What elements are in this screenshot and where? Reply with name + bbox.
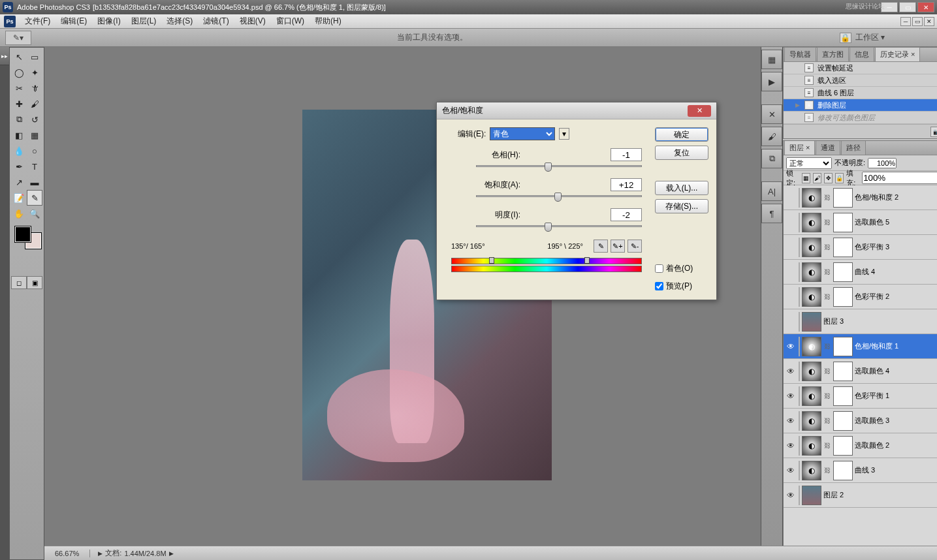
layer-row[interactable]: 👁◐⛓曲线 3 [784,458,937,483]
layer-row[interactable]: ◐⛓色彩平衡 3 [784,235,937,260]
lock-all-icon[interactable]: 🔒 [835,173,844,183]
path-select-tool[interactable]: ↗ [11,174,27,190]
type-tool[interactable]: T [27,159,42,174]
layer-thumb[interactable]: ◐ [802,287,821,307]
history-item[interactable]: ≡曲线 6 图层 [784,87,937,99]
layer-row[interactable]: 👁◐⛓选取颜色 3 [784,409,937,433]
layer-thumb[interactable]: ◐ [802,362,821,381]
layer-row[interactable]: 👁◐⛓选取颜色 4 [784,359,937,384]
crop-tool[interactable]: ✂ [11,80,27,96]
history-snapshot-icon[interactable]: 📷 [930,127,937,137]
layer-thumb[interactable]: ◐ [802,337,821,356]
marquee-tool[interactable]: ▭ [27,49,42,65]
layer-thumb[interactable]: ◐ [802,411,821,431]
layer-row[interactable]: 👁◐⛓色彩平衡 1 [784,384,937,409]
menu-layer[interactable]: 图层(L) [126,14,162,28]
tools-preset-icon[interactable]: ✕ [761,104,782,124]
layer-name-label[interactable]: 色彩平衡 1 [855,391,937,401]
layer-row[interactable]: 👁◐⛓色相/饱和度 1 [784,334,937,359]
eyedropper-add-icon[interactable]: ✎+ [611,240,625,253]
slice-tool[interactable]: 🗡 [27,80,42,96]
save-button[interactable]: 存储(S)... [655,199,708,213]
visibility-toggle[interactable]: 👁 [785,341,797,352]
mdi-close-button[interactable]: ✕ [924,17,934,26]
layer-thumb[interactable]: ◐ [802,386,821,406]
visibility-toggle[interactable] [785,266,797,278]
layer-mask-thumb[interactable] [833,287,853,307]
layer-name-label[interactable]: 曲线 4 [855,267,937,277]
layer-row[interactable]: ◐⛓曲线 4 [784,260,937,285]
navigator-icon[interactable]: ▦ [761,50,782,69]
layer-name-label[interactable]: 图层 2 [823,490,937,500]
layer-mask-thumb[interactable] [833,386,853,406]
blend-mode-select[interactable]: 正常 [786,157,832,169]
zoom-level[interactable]: 66.67% [44,550,90,557]
history-item[interactable]: ≡载入选区 [784,74,937,87]
colorize-checkbox[interactable] [655,264,663,273]
layer-thumb[interactable]: ◐ [802,188,821,208]
layer-thumb[interactable]: ◐ [802,213,821,232]
fill-input[interactable] [862,172,937,184]
shape-tool[interactable]: ▬ [27,174,42,190]
lightness-input[interactable] [611,208,642,221]
layer-row[interactable]: 👁图层 2 [784,483,937,508]
visibility-toggle[interactable]: 👁 [785,366,797,377]
layer-mask-thumb[interactable] [833,238,853,257]
blur-tool[interactable]: 💧 [11,143,27,159]
eraser-tool[interactable]: ◧ [11,127,27,143]
visibility-toggle[interactable] [785,217,797,228]
eyedropper-icon[interactable]: ✎ [594,240,608,253]
foreground-color-swatch[interactable] [15,226,31,242]
hand-tool[interactable]: ✋ [11,206,27,221]
layer-name-label[interactable]: 图层 3 [823,317,937,326]
visibility-toggle[interactable] [785,241,797,253]
opacity-input[interactable] [868,158,897,168]
lock-pixels-icon[interactable]: 🖌 [813,173,821,183]
menu-window[interactable]: 窗口(W) [271,14,310,28]
hue-slider[interactable] [445,163,648,174]
pen-tool[interactable]: ✒ [11,159,27,174]
lock-transparency-icon[interactable]: ▦ [802,173,810,183]
layer-row[interactable]: ◐⛓色彩平衡 2 [784,285,937,309]
window-close-button[interactable]: ✕ [917,2,934,12]
layer-name-label[interactable]: 选取颜色 4 [855,366,937,376]
layer-row[interactable]: ◐⛓选取颜色 5 [784,210,937,235]
layer-thumb[interactable]: ◐ [802,262,821,282]
edit-select[interactable]: 青色 [490,127,555,140]
stamp-tool[interactable]: ⧉ [11,112,27,127]
preview-checkbox[interactable] [655,282,663,290]
layer-row[interactable]: ◐⛓色相/饱和度 2 [784,185,937,210]
screenmode-toggle[interactable]: ▣ [27,276,42,289]
edit-dropdown-icon[interactable]: ▾ [559,128,569,140]
layer-name-label[interactable]: 色彩平衡 3 [855,242,937,252]
visibility-toggle[interactable]: 👁 [785,415,797,427]
menu-help[interactable]: 帮助(H) [310,14,347,28]
layer-row[interactable]: 👁◐⛓选取颜色 2 [784,433,937,458]
layer-thumb[interactable]: ◐ [802,238,821,257]
load-button[interactable]: 载入(L)... [655,181,708,195]
healing-tool[interactable]: ✚ [11,96,27,112]
eyedropper-sub-icon[interactable]: ✎- [627,240,642,253]
menu-edit[interactable]: 编辑(E) [56,14,92,28]
ok-button[interactable]: 确定 [655,127,708,142]
history-brush-tool[interactable]: ↺ [27,112,42,127]
layer-mask-thumb[interactable] [833,436,853,456]
layer-mask-thumb[interactable] [833,213,853,232]
tab-history[interactable]: 历史记录 × [875,47,920,61]
visibility-toggle[interactable]: 👁 [785,440,797,452]
doc-info-arrow-icon[interactable]: ▶ [98,550,103,557]
lightness-slider[interactable] [445,223,648,234]
layer-mask-thumb[interactable] [833,461,853,480]
layer-name-label[interactable]: 色相/饱和度 1 [855,341,937,351]
saturation-input[interactable] [611,178,642,191]
cancel-button[interactable]: 复位 [655,146,708,160]
saturation-slider[interactable] [445,193,648,204]
menu-view[interactable]: 视图(V) [234,14,271,28]
layer-thumb[interactable]: ◐ [802,461,821,480]
dodge-tool[interactable]: ○ [27,143,42,159]
layer-thumb[interactable] [802,486,821,505]
tab-histogram[interactable]: 直方图 [817,47,849,61]
visibility-toggle[interactable] [785,291,797,303]
layer-name-label[interactable]: 色彩平衡 2 [855,292,937,302]
layer-thumb[interactable] [802,312,821,332]
